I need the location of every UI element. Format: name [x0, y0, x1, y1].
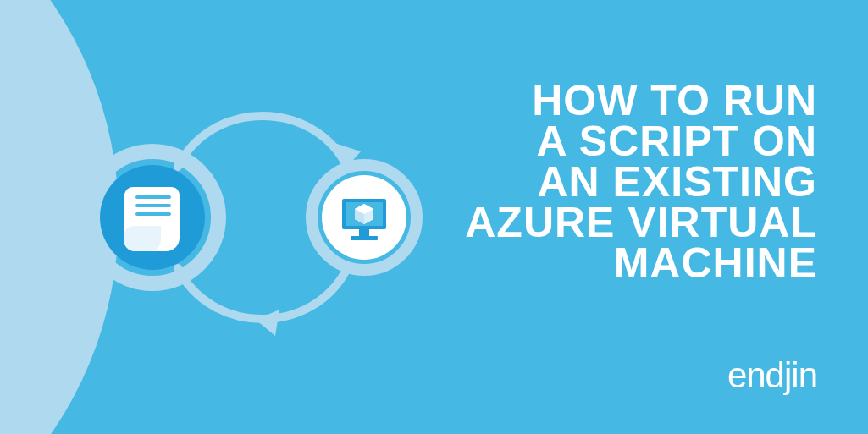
page-title: HOW TO RUN A SCRIPT ON AN EXISTING AZURE…: [465, 80, 817, 283]
virtual-machine-icon: [312, 165, 417, 270]
brand-logo-text: endjin: [727, 355, 817, 396]
script-to-vm-diagram: [85, 91, 440, 344]
script-document-icon: [86, 151, 218, 283]
arrow-bottom: [178, 268, 347, 336]
svg-rect-11: [359, 229, 369, 236]
arrow-top: [178, 116, 361, 167]
svg-rect-12: [351, 236, 378, 240]
